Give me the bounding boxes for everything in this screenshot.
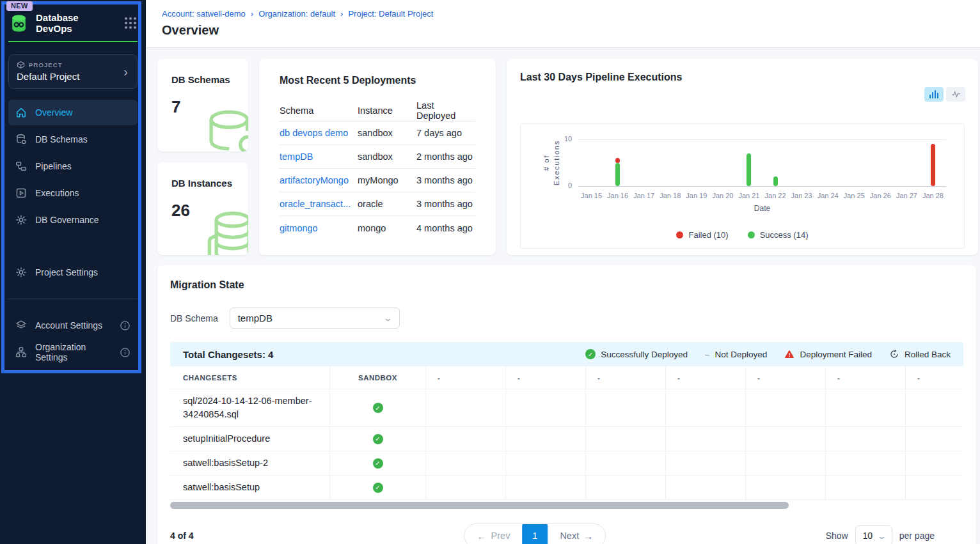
prev-page-button[interactable]: ← Prev [465, 524, 523, 544]
changeset-name-cell: setupInitialProcedure [170, 427, 330, 451]
chevron-down-icon: ⌄ [877, 531, 887, 541]
instance-cell: sandbox [358, 128, 416, 138]
changeset-row: satwell:basisSetup✓ [170, 476, 963, 500]
sidebar-item-overview[interactable]: Overview [8, 100, 138, 125]
next-page-button[interactable]: Next → [548, 524, 605, 544]
status-legend-item-successfully-deployed: ✓Successfully Deployed [585, 349, 688, 359]
sidebar-item-project-settings[interactable]: Project Settings [8, 260, 138, 285]
page-content: DB Schemas 7 DB Instances 26 [146, 48, 980, 544]
chevron-right-icon: › [123, 65, 129, 78]
sidebar-item-label: Account Settings [35, 320, 102, 330]
layers-icon [15, 320, 27, 331]
empty-cell [906, 427, 963, 451]
empty-cell [826, 389, 906, 426]
new-badge: NEW [6, 1, 33, 11]
last-deployed-cell: 2 months ago [416, 152, 475, 162]
check-circle-icon: ✓ [373, 434, 383, 444]
bar-chart-toggle-icon[interactable] [924, 87, 944, 102]
rollback-icon [889, 349, 899, 359]
failed-bar [931, 144, 935, 186]
brand-underline [8, 41, 138, 42]
recent-deployments-card: Most Recent 5 Deployments SchemaInstance… [259, 59, 496, 255]
sidebar-item-organization-settings[interactable]: Organization Settings [8, 339, 138, 365]
schema-link[interactable]: artifactoryMongo [280, 175, 358, 185]
sidebar-item-db-schemas[interactable]: DB Schemas [8, 127, 138, 152]
empty-cell [586, 476, 666, 499]
empty-cell [666, 389, 746, 426]
gear-icon [15, 214, 27, 226]
sidebar-item-pipelines[interactable]: Pipelines [8, 153, 138, 179]
breadcrumb-link-account[interactable]: Account: satwell-demo [162, 9, 246, 19]
column-header-last-deployed: Last Deployed [416, 100, 475, 121]
db-schema-select[interactable]: tempDB ⌄ [230, 307, 400, 329]
sidebar-divider [8, 299, 138, 299]
org-icon [15, 346, 27, 358]
page-size-select[interactable]: 10 ⌄ [855, 525, 892, 544]
breadcrumb-link-project[interactable]: Project: Default Project [348, 9, 433, 19]
project-selector[interactable]: PROJECT Default Project › [8, 54, 138, 89]
main-area: Account: satwell-demo›Organization: defa… [146, 0, 980, 544]
empty-cell [746, 451, 826, 475]
x-axis-labels: Jan 15Jan 16Jan 17Jan 18Jan 19Jan 20Jan … [578, 192, 946, 201]
empty-cell [826, 476, 906, 499]
sidebar-item-account-settings[interactable]: Account Settings [8, 313, 138, 338]
empty-cell [906, 451, 963, 475]
schema-link[interactable]: tempDB [280, 152, 358, 162]
changeset-row: satwell:basisSetup-2✓ [170, 451, 963, 476]
chart-panel: # of Executions 10 0 Jan 15Jan 16Jan 17J… [520, 123, 965, 249]
schema-link[interactable]: gitmongo [280, 223, 358, 233]
sandbox-status-cell: ✓ [330, 476, 426, 499]
breadcrumb-link-organization[interactable]: Organization: default [258, 9, 335, 19]
x-axis-tick-label: Jan 17 [633, 192, 654, 199]
status-legend-label: Deployment Failed [800, 350, 872, 359]
x-axis-tick-label: Jan 15 [581, 192, 602, 199]
failed-bar [615, 158, 620, 162]
db-schema-field-row: DB Schema tempDB ⌄ [170, 307, 963, 329]
show-label: Show [826, 531, 848, 541]
project-label: PROJECT [29, 61, 63, 68]
legend-dot [748, 231, 755, 238]
sidebar-item-executions[interactable]: Executions [8, 180, 138, 206]
schema-link[interactable]: oracle_transact... [280, 199, 358, 209]
sidebar-item-label: Pipelines [35, 161, 72, 171]
check-circle-icon: ✓ [585, 349, 596, 359]
empty-cell [426, 389, 506, 426]
executions-icon [15, 187, 27, 199]
chart-type-toggles [924, 87, 965, 102]
success-bar [747, 153, 751, 186]
changeset-name-cell: sql/2024-10-14-12-06-member-34240854.sql [170, 389, 330, 426]
instance-cell: myMongo [358, 175, 416, 185]
empty-cell [746, 476, 826, 499]
page-header: Account: satwell-demo›Organization: defa… [146, 0, 980, 48]
status-legend-label: Rolled Back [905, 350, 951, 359]
db-schemas-card: DB Schemas 7 [157, 59, 248, 152]
info-icon[interactable] [120, 320, 130, 331]
status-legend-label: Successfully Deployed [601, 350, 688, 359]
sidebar-item-db-governance[interactable]: DB Governance [8, 207, 138, 233]
sidebar-item-label: Overview [35, 107, 72, 118]
scrollbar-thumb[interactable] [170, 502, 789, 509]
schema-link[interactable]: db devops demo [280, 128, 358, 138]
db-schemas-icon [15, 134, 27, 145]
status-legend-label: Not Deployed [715, 350, 768, 359]
check-circle-icon: ✓ [373, 403, 383, 413]
column-header-instance: Instance [358, 105, 416, 116]
line-chart-toggle-icon[interactable] [946, 87, 965, 102]
top-cards-row: DB Schemas 7 DB Instances 26 [157, 59, 978, 255]
info-icon[interactable] [120, 347, 130, 358]
empty-cell [426, 476, 506, 499]
module-grid-icon[interactable] [123, 16, 138, 30]
instance-cell: mongo [358, 223, 416, 233]
empty-cell [906, 389, 963, 426]
changeset-name-cell: satwell:basisSetup-2 [170, 451, 330, 475]
stat-cards-column: DB Schemas 7 DB Instances 26 [157, 59, 248, 255]
column-header-empty: - [826, 366, 906, 389]
column-header-empty: - [746, 366, 826, 389]
db-schema-label: DB Schema [170, 313, 218, 323]
app-title: Database DevOps [36, 12, 117, 34]
empty-cell [506, 476, 586, 499]
current-page-button[interactable]: 1 [522, 524, 548, 544]
x-axis-tick-label: Jan 19 [686, 192, 707, 199]
stat-title: DB Instances [171, 178, 248, 189]
status-legend-item-rolled-back: Rolled Back [889, 349, 951, 359]
